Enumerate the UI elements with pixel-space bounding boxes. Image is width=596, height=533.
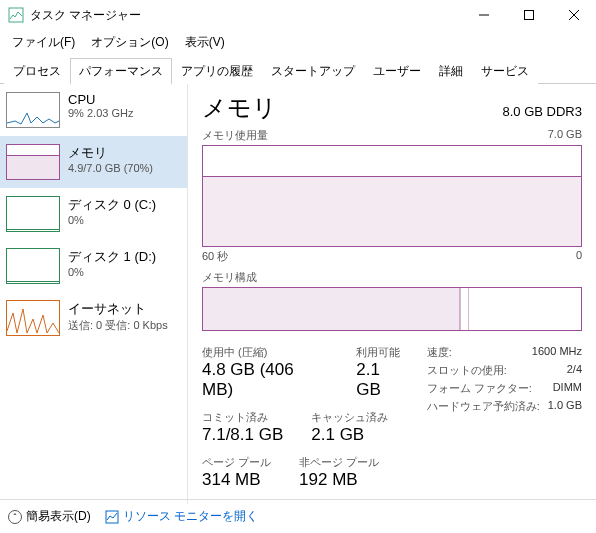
tab-startup[interactable]: スタートアップ (262, 58, 364, 84)
titlebar: タスク マネージャー (0, 0, 596, 30)
usage-max: 7.0 GB (548, 128, 582, 143)
time-axis-left: 60 秒 (202, 249, 228, 264)
in-use-label: 使用中 (圧縮) (202, 345, 328, 360)
tab-services[interactable]: サービス (472, 58, 538, 84)
resource-monitor-link[interactable]: リソース モニターを開く (105, 508, 258, 525)
minimize-button[interactable] (461, 0, 506, 30)
ethernet-thumb (6, 300, 60, 336)
tab-details[interactable]: 詳細 (430, 58, 472, 84)
sidebar-sub: 送信: 0 受信: 0 Kbps (68, 318, 181, 333)
committed-label: コミット済み (202, 410, 283, 425)
available-value: 2.1 GB (356, 360, 408, 400)
sidebar-item-ethernet[interactable]: イーサネット 送信: 0 受信: 0 Kbps (0, 292, 187, 344)
sidebar-item-memory[interactable]: メモリ 4.9/7.0 GB (70%) (0, 136, 187, 188)
menubar: ファイル(F) オプション(O) 表示(V) (0, 30, 596, 55)
sidebar-label: イーサネット (68, 300, 181, 318)
sidebar-label: ディスク 1 (D:) (68, 248, 181, 266)
menu-view[interactable]: 表示(V) (177, 32, 233, 53)
sidebar-label: メモリ (68, 144, 181, 162)
sidebar-label: ディスク 0 (C:) (68, 196, 181, 214)
in-use-value: 4.8 GB (406 MB) (202, 360, 328, 400)
composition-label: メモリ構成 (202, 270, 582, 285)
memory-thumb (6, 144, 60, 180)
window-title: タスク マネージャー (30, 7, 461, 24)
usage-label: メモリ使用量 (202, 128, 268, 143)
sidebar-item-cpu[interactable]: CPU 9% 2.03 GHz (0, 84, 187, 136)
sidebar-sub: 9% 2.03 GHz (68, 107, 181, 119)
memory-usage-chart (202, 145, 582, 247)
disk-thumb (6, 196, 60, 232)
tab-performance[interactable]: パフォーマンス (70, 58, 172, 84)
tab-app-history[interactable]: アプリの履歴 (172, 58, 262, 84)
fewer-details-button[interactable]: ˆ 簡易表示(D) (8, 508, 91, 525)
tab-processes[interactable]: プロセス (4, 58, 70, 84)
app-icon (8, 7, 24, 23)
tabstrip: プロセス パフォーマンス アプリの履歴 スタートアップ ユーザー 詳細 サービス (0, 57, 596, 84)
resmon-icon (105, 510, 119, 524)
footer: ˆ 簡易表示(D) リソース モニターを開く (0, 499, 596, 533)
cached-value: 2.1 GB (311, 425, 388, 445)
tab-users[interactable]: ユーザー (364, 58, 430, 84)
menu-file[interactable]: ファイル(F) (4, 32, 83, 53)
sidebar-item-disk0[interactable]: ディスク 0 (C:) 0% (0, 188, 187, 240)
main-panel: メモリ 8.0 GB DDR3 メモリ使用量 7.0 GB 60 秒 0 メモリ… (188, 84, 596, 504)
nonpaged-label: 非ページ プール (299, 455, 379, 470)
sidebar-item-disk1[interactable]: ディスク 1 (D:) 0% (0, 240, 187, 292)
memory-spec: 8.0 GB DDR3 (503, 104, 582, 119)
page-title: メモリ (202, 92, 277, 124)
chevron-up-icon: ˆ (8, 510, 22, 524)
paged-label: ページ プール (202, 455, 271, 470)
maximize-button[interactable] (506, 0, 551, 30)
sidebar-sub: 0% (68, 266, 181, 278)
cached-label: キャッシュ済み (311, 410, 388, 425)
menu-options[interactable]: オプション(O) (83, 32, 176, 53)
sidebar-sub: 0% (68, 214, 181, 226)
hardware-info: 速度:1600 MHz スロットの使用:2/4 フォーム ファクター:DIMM … (427, 345, 582, 500)
svg-rect-2 (524, 11, 533, 20)
sidebar-label: CPU (68, 92, 181, 107)
time-axis-right: 0 (576, 249, 582, 264)
disk-thumb (6, 248, 60, 284)
cpu-thumb (6, 92, 60, 128)
sidebar-sub: 4.9/7.0 GB (70%) (68, 162, 181, 174)
close-button[interactable] (551, 0, 596, 30)
committed-value: 7.1/8.1 GB (202, 425, 283, 445)
perf-sidebar: CPU 9% 2.03 GHz メモリ 4.9/7.0 GB (70%) ディス… (0, 84, 188, 504)
paged-value: 314 MB (202, 470, 271, 490)
available-label: 利用可能 (356, 345, 408, 360)
nonpaged-value: 192 MB (299, 470, 379, 490)
memory-composition-chart (202, 287, 582, 331)
